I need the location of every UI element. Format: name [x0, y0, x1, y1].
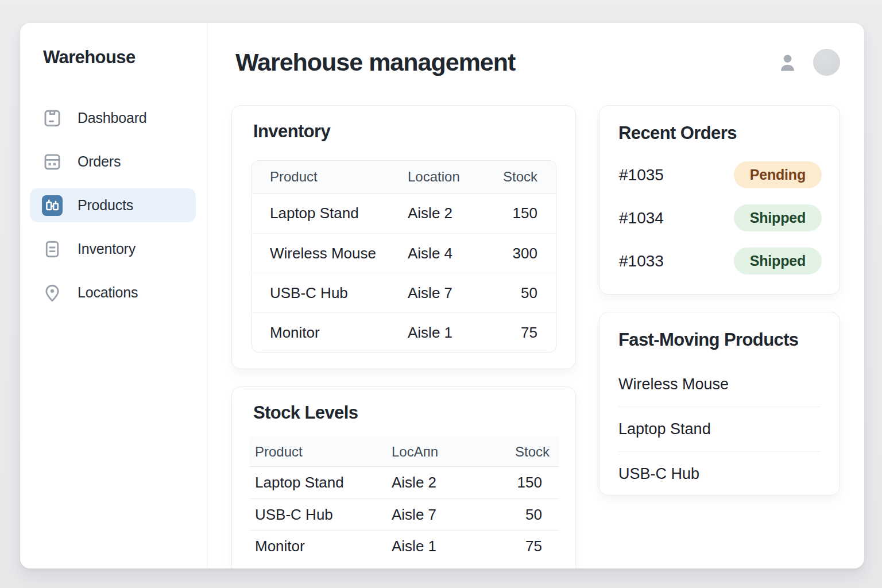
cell-product: Laptop Stand — [250, 474, 392, 492]
sidebar-item-label: Products — [78, 197, 133, 214]
cell-product: Monitor — [252, 324, 408, 342]
list-item[interactable]: USB-C Hub — [618, 451, 821, 496]
sidebar-item-label: Locations — [78, 284, 138, 301]
sidebar-nav: Dashboard Orders — [30, 101, 196, 319]
cell-stock: 75 — [489, 324, 556, 342]
cell-stock: 300 — [489, 245, 556, 262]
status-badge: Shipped — [734, 204, 822, 231]
recent-orders-title: Recent Orders — [618, 123, 737, 144]
stock-levels-table: Product LocAпn Stock Laptop Stand Aisle … — [250, 437, 559, 562]
inventory-list-icon — [42, 239, 63, 260]
sidebar-item-orders[interactable]: Orders — [30, 145, 196, 179]
order-row[interactable]: #1034 Shipped — [599, 196, 840, 239]
cell-product: Monitor — [250, 537, 392, 555]
order-row[interactable]: #1035 Pending — [599, 153, 840, 196]
stock-levels-card: Stock Levels Product LocAпn Stock Laptop… — [231, 386, 576, 568]
cell-stock: 150 — [489, 204, 556, 222]
sidebar-item-dashboard[interactable]: Dashboard — [30, 101, 196, 135]
table-row[interactable]: Laptop Stand Aisle 2 150 — [250, 467, 559, 498]
table-row[interactable]: Laptop Stand Aisle 2 150 — [252, 194, 556, 233]
inventory-card-title: Inventory — [253, 121, 330, 142]
cell-location: Aisle 4 — [408, 245, 489, 262]
page-title: Warehouse management — [235, 48, 515, 76]
user-icon[interactable] — [777, 52, 798, 74]
fast-moving-products-card: Fast-Moving Products Wireless Mouse Lapt… — [599, 312, 840, 496]
status-badge: Shipped — [734, 247, 822, 274]
sidebar-item-products[interactable]: Products — [30, 188, 196, 222]
stock-levels-table-header: Product LocAпn Stock — [250, 437, 559, 467]
list-item[interactable]: Laptop Stand — [618, 407, 821, 451]
inventory-card: Inventory Product Location Stock Laptop … — [231, 105, 576, 369]
fast-moving-products-list: Wireless Mouse Laptop Stand USB-C Hub — [618, 362, 821, 496]
column-header-stock: Stock — [489, 169, 556, 185]
cell-product: Laptop Stand — [252, 204, 408, 222]
cell-location: Aisle 2 — [392, 474, 515, 492]
table-row[interactable]: Monitor Aisle 1 75 — [252, 312, 556, 352]
column-header-location: LocAпn — [392, 444, 515, 460]
orders-card-icon — [42, 152, 63, 172]
avatar[interactable] — [813, 49, 840, 76]
inventory-table: Product Location Stock Laptop Stand Aisl… — [252, 160, 556, 353]
sidebar-item-inventory[interactable]: Inventory — [30, 232, 196, 266]
notebook-icon — [42, 108, 63, 129]
stock-levels-title: Stock Levels — [253, 403, 358, 423]
order-id: #1035 — [619, 166, 664, 184]
products-boxes-icon — [42, 195, 63, 216]
cell-stock: 75 — [515, 537, 559, 555]
cell-stock: 150 — [515, 474, 559, 492]
recent-orders-card: Recent Orders #1035 Pending #1034 Shippe… — [599, 105, 840, 295]
sidebar-item-locations[interactable]: Locations — [30, 276, 196, 310]
cell-stock: 50 — [515, 506, 559, 524]
sidebar-item-label: Dashboard — [78, 110, 147, 126]
recent-orders-list: #1035 Pending #1034 Shipped #1033 Shippe… — [599, 153, 840, 283]
cell-location: Aisle 7 — [408, 284, 489, 302]
cell-location: Aisle 7 — [392, 506, 515, 524]
sidebar-item-label: Orders — [78, 153, 121, 170]
table-row[interactable]: Wireless Mouse Aisle 4 300 — [252, 233, 556, 273]
column-header-stock: Stock — [515, 444, 566, 460]
column-header-location: Location — [408, 169, 489, 185]
column-header-product: Product — [250, 444, 392, 460]
cell-product: Wireless Mouse — [252, 245, 408, 262]
column-header-product: Product — [252, 169, 408, 185]
cell-location: Aisle 1 — [392, 537, 515, 555]
cell-stock: 50 — [489, 284, 556, 302]
order-row[interactable]: #1033 Shipped — [599, 239, 840, 283]
cell-product: USB-C Hub — [250, 506, 392, 524]
order-id: #1033 — [619, 252, 664, 270]
cell-product: USB-C Hub — [252, 284, 408, 302]
sidebar: Warehouse Dashboard Orders — [20, 23, 207, 568]
app-window: Warehouse Dashboard Orders — [20, 23, 864, 568]
cell-location: Aisle 1 — [408, 324, 489, 342]
sidebar-title: Warehouse — [43, 47, 136, 68]
cell-location: Aisle 2 — [408, 204, 489, 222]
list-item[interactable]: Wireless Mouse — [618, 362, 821, 407]
table-row[interactable]: Monitor Aisle 1 75 — [250, 530, 559, 562]
status-badge: Pending — [734, 161, 822, 188]
order-id: #1034 — [619, 209, 664, 227]
fast-moving-products-title: Fast-Moving Products — [618, 330, 799, 350]
sidebar-item-label: Inventory — [78, 241, 136, 257]
table-row[interactable]: USB-C Hub Aisle 7 50 — [250, 498, 559, 530]
location-pin-icon — [42, 283, 63, 303]
inventory-table-header: Product Location Stock — [252, 161, 556, 194]
table-row[interactable]: USB-C Hub Aisle 7 50 — [252, 273, 556, 312]
